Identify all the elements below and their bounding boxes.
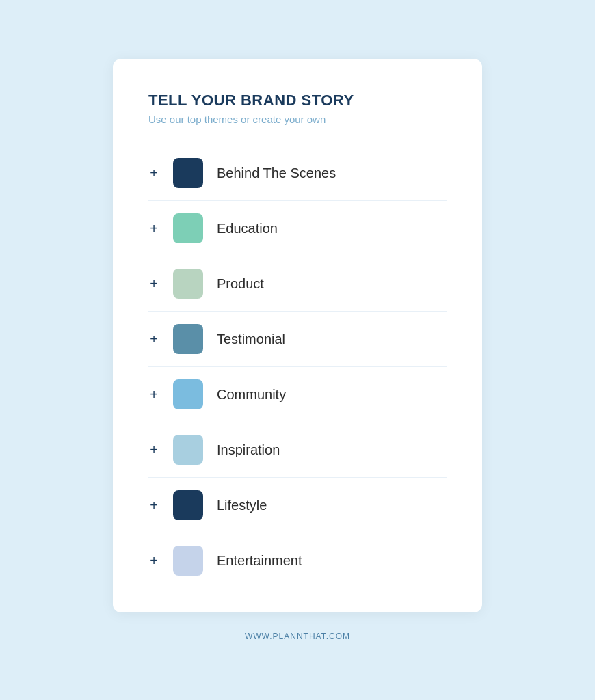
footer-url: WWW.PLANNTHAT.COM [245, 632, 350, 641]
theme-item[interactable]: +Behind The Scenes [148, 146, 447, 201]
card-subtitle: Use our top themes or create your own [148, 113, 447, 125]
plus-icon: + [148, 165, 159, 181]
theme-label: Education [217, 221, 278, 237]
theme-item[interactable]: +Lifestyle [148, 478, 447, 533]
theme-item[interactable]: +Testimonial [148, 312, 447, 367]
theme-label: Product [217, 276, 264, 292]
plus-icon: + [148, 498, 159, 513]
theme-label: Entertainment [217, 553, 302, 569]
plus-icon: + [148, 387, 159, 403]
theme-label: Lifestyle [217, 498, 267, 513]
theme-item[interactable]: +Inspiration [148, 422, 447, 478]
theme-list: +Behind The Scenes+Education+Product+Tes… [148, 146, 447, 588]
color-swatch [173, 213, 203, 243]
plus-icon: + [148, 221, 159, 237]
main-card: TELL YOUR BRAND STORY Use our top themes… [113, 59, 482, 612]
color-swatch [173, 324, 203, 354]
plus-icon: + [148, 442, 159, 458]
theme-item[interactable]: +Community [148, 367, 447, 422]
theme-label: Community [217, 387, 286, 403]
plus-icon: + [148, 332, 159, 347]
color-swatch [173, 435, 203, 465]
theme-item[interactable]: +Education [148, 201, 447, 256]
theme-label: Inspiration [217, 442, 280, 458]
theme-label: Behind The Scenes [217, 165, 336, 181]
theme-item[interactable]: +Product [148, 256, 447, 312]
plus-icon: + [148, 553, 159, 569]
color-swatch [173, 490, 203, 520]
plus-icon: + [148, 276, 159, 292]
color-swatch [173, 546, 203, 576]
color-swatch [173, 158, 203, 188]
theme-label: Testimonial [217, 332, 285, 347]
color-swatch [173, 269, 203, 299]
theme-item[interactable]: +Entertainment [148, 533, 447, 588]
card-title: TELL YOUR BRAND STORY [148, 92, 447, 109]
color-swatch [173, 379, 203, 409]
